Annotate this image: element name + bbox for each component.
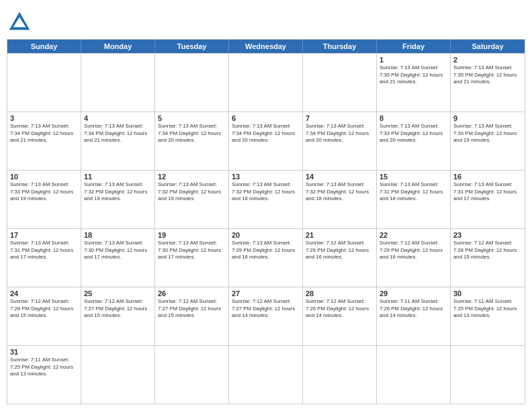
day-number: 29 [380,289,447,298]
day-number: 9 [453,114,522,122]
calendar-row-3: 17Sunrise: 7:13 AM Sunset: 7:31 PM Dayli… [7,228,525,287]
day-info: Sunrise: 7:13 AM Sunset: 7:32 PM Dayligh… [84,181,152,203]
calendar-cell [81,54,155,111]
calendar-cell: 17Sunrise: 7:13 AM Sunset: 7:31 PM Dayli… [7,229,81,287]
day-number: 2 [453,56,522,64]
page-header [7,7,525,35]
calendar-cell: 27Sunrise: 7:12 AM Sunset: 7:27 PM Dayli… [229,287,303,345]
day-number: 13 [232,173,300,181]
day-number: 24 [10,289,78,298]
header-day-sunday: Sunday [7,40,81,53]
calendar-cell: 29Sunrise: 7:11 AM Sunset: 7:26 PM Dayli… [377,287,451,345]
calendar-cell: 2Sunrise: 7:13 AM Sunset: 7:35 PM Daylig… [451,54,525,111]
day-number: 30 [453,289,522,298]
day-info: Sunrise: 7:12 AM Sunset: 7:28 PM Dayligh… [453,240,522,261]
day-number: 4 [84,114,152,122]
calendar-cell: 7Sunrise: 7:13 AM Sunset: 7:34 PM Daylig… [303,112,377,170]
header-day-friday: Friday [377,40,451,53]
day-info: Sunrise: 7:11 AM Sunset: 7:26 PM Dayligh… [380,298,447,320]
day-number: 25 [84,289,152,298]
day-number: 18 [84,231,152,239]
calendar-cell [229,54,303,111]
day-number: 1 [380,56,447,64]
day-number: 6 [232,114,300,122]
calendar-row-1: 3Sunrise: 7:13 AM Sunset: 7:34 PM Daylig… [7,111,525,170]
day-info: Sunrise: 7:13 AM Sunset: 7:35 PM Dayligh… [380,64,447,86]
calendar-cell: 12Sunrise: 7:13 AM Sunset: 7:32 PM Dayli… [155,171,229,228]
calendar-cell: 31Sunrise: 7:11 AM Sunset: 7:25 PM Dayli… [7,346,81,404]
day-info: Sunrise: 7:13 AM Sunset: 7:34 PM Dayligh… [158,123,226,144]
day-info: Sunrise: 7:13 AM Sunset: 7:33 PM Dayligh… [10,181,78,203]
calendar-cell: 1Sunrise: 7:13 AM Sunset: 7:35 PM Daylig… [377,54,451,111]
day-info: Sunrise: 7:13 AM Sunset: 7:33 PM Dayligh… [380,123,447,144]
day-number: 27 [232,289,300,298]
day-info: Sunrise: 7:13 AM Sunset: 7:30 PM Dayligh… [84,240,152,261]
day-number: 26 [158,289,226,298]
day-info: Sunrise: 7:12 AM Sunset: 7:29 PM Dayligh… [306,240,373,261]
day-info: Sunrise: 7:13 AM Sunset: 7:29 PM Dayligh… [232,240,300,261]
header-day-saturday: Saturday [451,40,525,53]
logo [7,9,35,35]
day-info: Sunrise: 7:12 AM Sunset: 7:27 PM Dayligh… [232,298,300,320]
day-info: Sunrise: 7:12 AM Sunset: 7:29 PM Dayligh… [380,240,447,261]
calendar-cell: 6Sunrise: 7:13 AM Sunset: 7:34 PM Daylig… [229,112,303,170]
logo-icon [7,9,32,35]
calendar-cell: 20Sunrise: 7:13 AM Sunset: 7:29 PM Dayli… [229,229,303,287]
calendar-cell: 13Sunrise: 7:13 AM Sunset: 7:32 PM Dayli… [229,171,303,228]
day-number: 14 [306,173,373,181]
calendar-cell: 21Sunrise: 7:12 AM Sunset: 7:29 PM Dayli… [303,229,377,287]
day-info: Sunrise: 7:11 AM Sunset: 7:25 PM Dayligh… [453,298,522,320]
calendar-cell [303,346,377,404]
calendar-cell: 24Sunrise: 7:12 AM Sunset: 7:28 PM Dayli… [7,287,81,345]
calendar-cell: 15Sunrise: 7:13 AM Sunset: 7:31 PM Dayli… [377,171,451,228]
day-number: 10 [10,173,78,181]
day-info: Sunrise: 7:13 AM Sunset: 7:33 PM Dayligh… [453,123,522,144]
calendar-cell: 25Sunrise: 7:12 AM Sunset: 7:27 PM Dayli… [81,287,155,345]
day-number: 8 [380,114,447,122]
calendar-cell [81,346,155,404]
day-info: Sunrise: 7:12 AM Sunset: 7:27 PM Dayligh… [84,298,152,320]
day-number: 15 [380,173,447,181]
calendar-cell: 14Sunrise: 7:13 AM Sunset: 7:32 PM Dayli… [303,171,377,228]
day-number: 16 [453,173,522,181]
day-number: 7 [306,114,373,122]
calendar-cell: 4Sunrise: 7:13 AM Sunset: 7:34 PM Daylig… [81,112,155,170]
day-info: Sunrise: 7:13 AM Sunset: 7:34 PM Dayligh… [232,123,300,144]
day-info: Sunrise: 7:13 AM Sunset: 7:34 PM Dayligh… [84,123,152,144]
day-number: 31 [10,348,78,356]
day-info: Sunrise: 7:12 AM Sunset: 7:26 PM Dayligh… [306,298,373,320]
calendar-cell: 18Sunrise: 7:13 AM Sunset: 7:30 PM Dayli… [81,229,155,287]
calendar-cell [377,346,451,404]
calendar-body: 1Sunrise: 7:13 AM Sunset: 7:35 PM Daylig… [7,53,525,404]
day-info: Sunrise: 7:12 AM Sunset: 7:28 PM Dayligh… [10,298,78,320]
day-info: Sunrise: 7:13 AM Sunset: 7:32 PM Dayligh… [306,181,373,203]
day-number: 11 [84,173,152,181]
calendar-cell: 16Sunrise: 7:13 AM Sunset: 7:31 PM Dayli… [451,171,525,228]
header-day-monday: Monday [81,40,155,53]
day-number: 20 [232,231,300,239]
calendar-cell: 26Sunrise: 7:12 AM Sunset: 7:27 PM Dayli… [155,287,229,345]
calendar-row-0: 1Sunrise: 7:13 AM Sunset: 7:35 PM Daylig… [7,53,525,111]
day-number: 17 [10,231,78,239]
calendar-page: SundayMondayTuesdayWednesdayThursdayFrid… [0,0,532,411]
day-number: 3 [10,114,78,122]
day-number: 28 [306,289,373,298]
day-number: 21 [306,231,373,239]
calendar-cell: 3Sunrise: 7:13 AM Sunset: 7:34 PM Daylig… [7,112,81,170]
calendar-cell: 9Sunrise: 7:13 AM Sunset: 7:33 PM Daylig… [451,112,525,170]
day-number: 19 [158,231,226,239]
calendar-cell [451,346,525,404]
calendar-row-2: 10Sunrise: 7:13 AM Sunset: 7:33 PM Dayli… [7,170,525,228]
day-number: 5 [158,114,226,122]
day-info: Sunrise: 7:13 AM Sunset: 7:30 PM Dayligh… [158,240,226,261]
day-info: Sunrise: 7:13 AM Sunset: 7:31 PM Dayligh… [453,181,522,203]
calendar-header: SundayMondayTuesdayWednesdayThursdayFrid… [7,40,525,53]
calendar-cell: 8Sunrise: 7:13 AM Sunset: 7:33 PM Daylig… [377,112,451,170]
calendar-cell [229,346,303,404]
calendar-cell: 23Sunrise: 7:12 AM Sunset: 7:28 PM Dayli… [451,229,525,287]
calendar-cell: 19Sunrise: 7:13 AM Sunset: 7:30 PM Dayli… [155,229,229,287]
header-day-wednesday: Wednesday [229,40,303,53]
calendar-cell: 22Sunrise: 7:12 AM Sunset: 7:29 PM Dayli… [377,229,451,287]
header-day-thursday: Thursday [303,40,377,53]
day-info: Sunrise: 7:13 AM Sunset: 7:32 PM Dayligh… [232,181,300,203]
